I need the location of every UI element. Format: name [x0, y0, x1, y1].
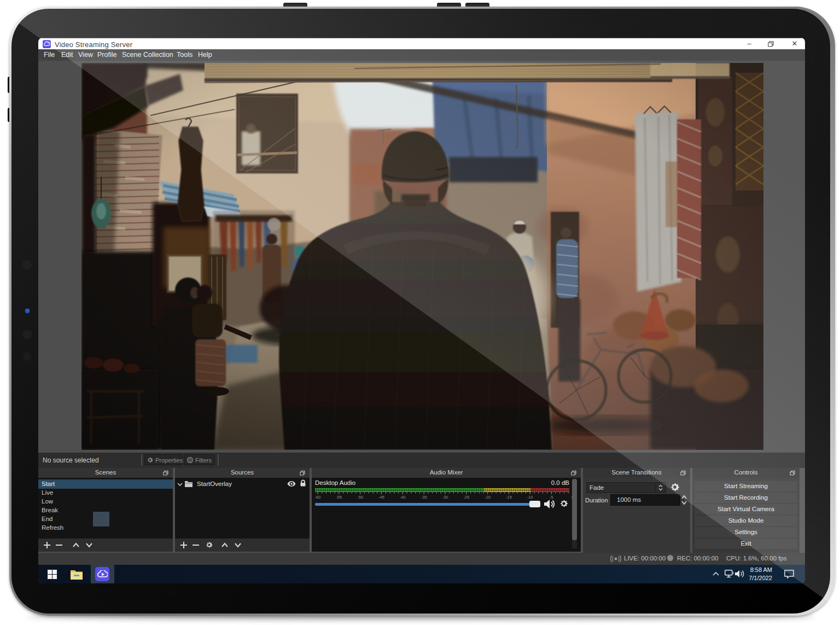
svg-text:-20: -20	[485, 495, 491, 500]
svg-text:-15: -15	[506, 495, 512, 500]
svg-text:-35: -35	[421, 495, 427, 500]
svg-text:-45: -45	[378, 495, 384, 500]
svg-text:-30: -30	[442, 495, 448, 500]
svg-text:-50: -50	[357, 495, 363, 500]
svg-text:-55: -55	[336, 495, 342, 500]
svg-text:-10: -10	[527, 495, 533, 500]
svg-text:-25: -25	[463, 495, 469, 500]
svg-text:-60: -60	[315, 495, 320, 500]
svg-text:-40: -40	[400, 495, 406, 500]
